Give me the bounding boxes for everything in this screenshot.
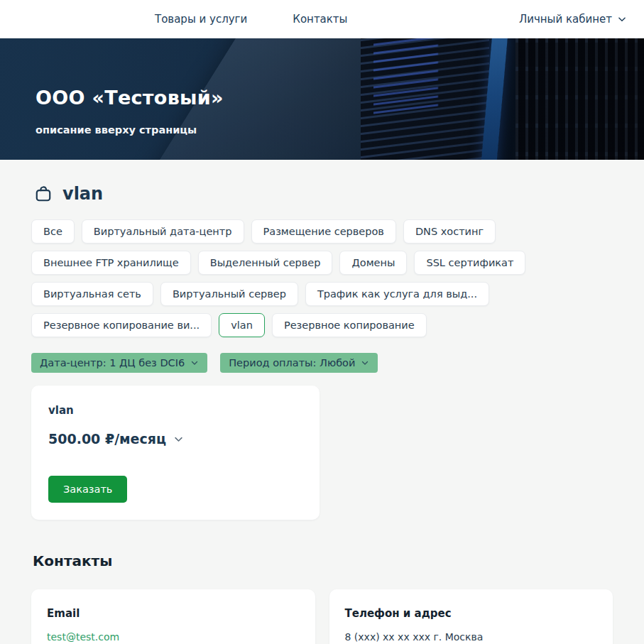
contact-email-link[interactable]: test@test.com bbox=[47, 631, 119, 643]
category-chip[interactable]: Внешнее FTP хранилище bbox=[31, 251, 191, 275]
shopping-bag-icon bbox=[34, 185, 53, 203]
filter-dropdown-0[interactable]: Дата-центр: 1 ДЦ без DCI6 bbox=[31, 353, 207, 373]
chevron-down-icon bbox=[361, 359, 369, 367]
product-card: vlan 500.00 ₽/месяц Заказать bbox=[31, 386, 320, 520]
category-header: vlan bbox=[34, 184, 613, 204]
category-chip[interactable]: Выделенный сервер bbox=[198, 251, 333, 275]
chevron-down-icon bbox=[190, 359, 199, 367]
nav-item-products[interactable]: Товары и услуги bbox=[155, 13, 247, 26]
category-chip-list: ВсеВиртуальный дата-центрРазмещение серв… bbox=[31, 219, 613, 337]
filter-dropdown-label: Дата-центр: 1 ДЦ без DCI6 bbox=[40, 357, 185, 369]
company-subtitle: описание вверху страницы bbox=[36, 124, 224, 136]
main-content: vlan ВсеВиртуальный дата-центрРазмещение… bbox=[0, 160, 644, 644]
top-navbar: Товары и услуги Контакты Личный кабинет bbox=[0, 0, 644, 38]
category-chip[interactable]: Размещение серверов bbox=[251, 219, 396, 244]
contact-card-title: Телефон и адрес bbox=[345, 607, 598, 620]
product-price: 500.00 ₽/месяц bbox=[48, 431, 166, 447]
category-chip[interactable]: Виртуальный сервер bbox=[160, 282, 298, 306]
category-chip[interactable]: Домены bbox=[339, 251, 407, 275]
main-nav: Товары и услуги Контакты bbox=[155, 13, 347, 26]
category-chip[interactable]: Виртуальная сеть bbox=[31, 282, 153, 306]
category-chip[interactable]: Виртуальный дата-центр bbox=[82, 219, 244, 244]
filter-dropdown-row: Дата-центр: 1 ДЦ без DCI6Период оплаты: … bbox=[31, 353, 613, 373]
contact-phone-address: 8 (xxx) xx xx xxx г. Москва bbox=[345, 631, 484, 643]
page-title: vlan bbox=[62, 184, 103, 204]
company-title: ООО «Тестовый» bbox=[36, 87, 224, 109]
category-chip[interactable]: Трафик как услуга для выд... bbox=[305, 282, 489, 306]
contact-card: Телефон и адрес8 (xxx) xx xx xxx г. Моск… bbox=[329, 589, 613, 644]
filter-dropdown-1[interactable]: Период оплаты: Любой bbox=[220, 353, 378, 373]
contact-card-title: Email bbox=[47, 607, 300, 620]
category-chip[interactable]: Резервное копирование ви... bbox=[31, 313, 212, 337]
hero-banner: ООО «Тестовый» описание вверху страницы bbox=[0, 38, 644, 160]
category-chip[interactable]: SSL сертификат bbox=[414, 251, 525, 275]
account-menu-button[interactable]: Личный кабинет bbox=[519, 13, 627, 26]
category-chip[interactable]: DNS хостинг bbox=[403, 219, 496, 244]
chevron-down-icon bbox=[173, 434, 183, 444]
nav-item-contacts[interactable]: Контакты bbox=[293, 13, 347, 26]
product-name: vlan bbox=[48, 404, 302, 417]
category-chip-selected[interactable]: vlan bbox=[219, 313, 265, 337]
contact-card-list: Emailtest@test.comТелефон и адрес8 (xxx)… bbox=[31, 589, 613, 644]
contact-card: Emailtest@test.com bbox=[31, 589, 315, 644]
category-chip[interactable]: Все bbox=[31, 219, 75, 244]
contacts-section-title: Контакты bbox=[33, 552, 613, 569]
order-button[interactable]: Заказать bbox=[48, 476, 127, 503]
filter-dropdown-label: Период оплаты: Любой bbox=[229, 357, 355, 369]
account-menu-label: Личный кабинет bbox=[519, 13, 612, 26]
price-dropdown[interactable]: 500.00 ₽/месяц bbox=[48, 431, 183, 447]
category-chip[interactable]: Резервное копирование bbox=[272, 313, 427, 337]
chevron-down-icon bbox=[617, 14, 627, 24]
